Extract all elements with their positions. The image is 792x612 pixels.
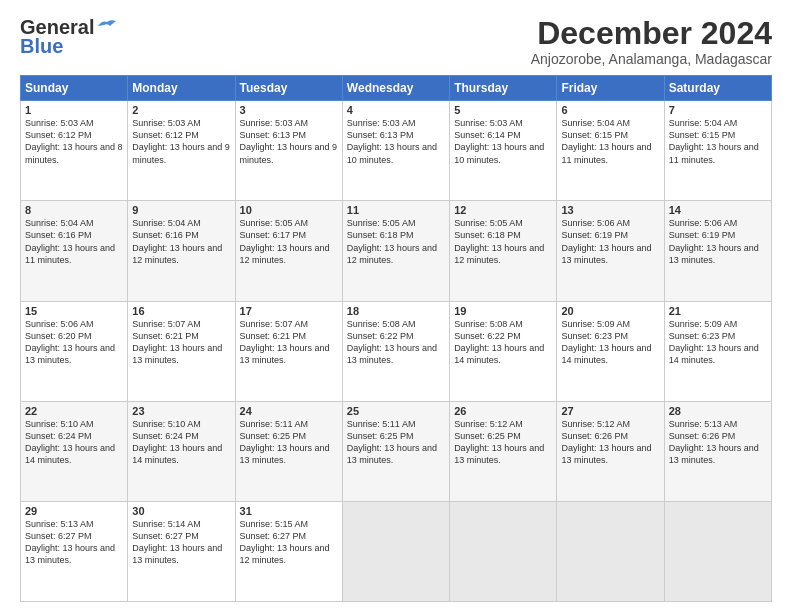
logo-bird-icon <box>96 18 118 34</box>
calendar-day-cell: 20Sunrise: 5:09 AMSunset: 6:23 PMDayligh… <box>557 301 664 401</box>
day-info: Sunrise: 5:03 AMSunset: 6:14 PMDaylight:… <box>454 117 552 166</box>
day-info: Sunrise: 5:12 AMSunset: 6:25 PMDaylight:… <box>454 418 552 467</box>
day-info: Sunrise: 5:05 AMSunset: 6:18 PMDaylight:… <box>347 217 445 266</box>
day-number: 3 <box>240 104 338 116</box>
calendar-day-cell <box>664 501 771 601</box>
col-header-friday: Friday <box>557 76 664 101</box>
day-info: Sunrise: 5:03 AMSunset: 6:12 PMDaylight:… <box>25 117 123 166</box>
day-number: 14 <box>669 204 767 216</box>
calendar-day-cell: 1Sunrise: 5:03 AMSunset: 6:12 PMDaylight… <box>21 101 128 201</box>
calendar-day-cell: 28Sunrise: 5:13 AMSunset: 6:26 PMDayligh… <box>664 401 771 501</box>
calendar-week-row: 1Sunrise: 5:03 AMSunset: 6:12 PMDaylight… <box>21 101 772 201</box>
calendar-day-cell: 29Sunrise: 5:13 AMSunset: 6:27 PMDayligh… <box>21 501 128 601</box>
day-number: 10 <box>240 204 338 216</box>
calendar-day-cell: 27Sunrise: 5:12 AMSunset: 6:26 PMDayligh… <box>557 401 664 501</box>
day-info: Sunrise: 5:05 AMSunset: 6:17 PMDaylight:… <box>240 217 338 266</box>
day-info: Sunrise: 5:07 AMSunset: 6:21 PMDaylight:… <box>240 318 338 367</box>
day-info: Sunrise: 5:09 AMSunset: 6:23 PMDaylight:… <box>669 318 767 367</box>
day-info: Sunrise: 5:05 AMSunset: 6:18 PMDaylight:… <box>454 217 552 266</box>
day-info: Sunrise: 5:04 AMSunset: 6:15 PMDaylight:… <box>669 117 767 166</box>
calendar-day-cell: 21Sunrise: 5:09 AMSunset: 6:23 PMDayligh… <box>664 301 771 401</box>
day-info: Sunrise: 5:14 AMSunset: 6:27 PMDaylight:… <box>132 518 230 567</box>
calendar-week-row: 22Sunrise: 5:10 AMSunset: 6:24 PMDayligh… <box>21 401 772 501</box>
day-number: 26 <box>454 405 552 417</box>
day-number: 9 <box>132 204 230 216</box>
day-number: 5 <box>454 104 552 116</box>
day-info: Sunrise: 5:03 AMSunset: 6:12 PMDaylight:… <box>132 117 230 166</box>
calendar-day-cell: 30Sunrise: 5:14 AMSunset: 6:27 PMDayligh… <box>128 501 235 601</box>
day-number: 19 <box>454 305 552 317</box>
day-info: Sunrise: 5:13 AMSunset: 6:27 PMDaylight:… <box>25 518 123 567</box>
day-info: Sunrise: 5:04 AMSunset: 6:16 PMDaylight:… <box>25 217 123 266</box>
day-info: Sunrise: 5:12 AMSunset: 6:26 PMDaylight:… <box>561 418 659 467</box>
header: General Blue December 2024 Anjozorobe, A… <box>20 16 772 67</box>
day-info: Sunrise: 5:10 AMSunset: 6:24 PMDaylight:… <box>25 418 123 467</box>
day-info: Sunrise: 5:08 AMSunset: 6:22 PMDaylight:… <box>347 318 445 367</box>
day-number: 15 <box>25 305 123 317</box>
col-header-wednesday: Wednesday <box>342 76 449 101</box>
calendar-day-cell: 13Sunrise: 5:06 AMSunset: 6:19 PMDayligh… <box>557 201 664 301</box>
logo-blue: Blue <box>20 35 63 58</box>
calendar-day-cell: 4Sunrise: 5:03 AMSunset: 6:13 PMDaylight… <box>342 101 449 201</box>
calendar-day-cell: 6Sunrise: 5:04 AMSunset: 6:15 PMDaylight… <box>557 101 664 201</box>
day-info: Sunrise: 5:08 AMSunset: 6:22 PMDaylight:… <box>454 318 552 367</box>
calendar-week-row: 29Sunrise: 5:13 AMSunset: 6:27 PMDayligh… <box>21 501 772 601</box>
col-header-tuesday: Tuesday <box>235 76 342 101</box>
calendar-header-row: SundayMondayTuesdayWednesdayThursdayFrid… <box>21 76 772 101</box>
day-info: Sunrise: 5:06 AMSunset: 6:19 PMDaylight:… <box>669 217 767 266</box>
day-number: 2 <box>132 104 230 116</box>
calendar-table: SundayMondayTuesdayWednesdayThursdayFrid… <box>20 75 772 602</box>
calendar-day-cell <box>450 501 557 601</box>
day-number: 21 <box>669 305 767 317</box>
calendar-day-cell: 3Sunrise: 5:03 AMSunset: 6:13 PMDaylight… <box>235 101 342 201</box>
calendar-day-cell: 22Sunrise: 5:10 AMSunset: 6:24 PMDayligh… <box>21 401 128 501</box>
day-number: 1 <box>25 104 123 116</box>
day-number: 31 <box>240 505 338 517</box>
day-info: Sunrise: 5:11 AMSunset: 6:25 PMDaylight:… <box>240 418 338 467</box>
day-info: Sunrise: 5:04 AMSunset: 6:15 PMDaylight:… <box>561 117 659 166</box>
calendar-day-cell: 18Sunrise: 5:08 AMSunset: 6:22 PMDayligh… <box>342 301 449 401</box>
day-number: 27 <box>561 405 659 417</box>
day-number: 18 <box>347 305 445 317</box>
day-info: Sunrise: 5:10 AMSunset: 6:24 PMDaylight:… <box>132 418 230 467</box>
day-info: Sunrise: 5:15 AMSunset: 6:27 PMDaylight:… <box>240 518 338 567</box>
calendar-day-cell: 12Sunrise: 5:05 AMSunset: 6:18 PMDayligh… <box>450 201 557 301</box>
calendar-day-cell: 8Sunrise: 5:04 AMSunset: 6:16 PMDaylight… <box>21 201 128 301</box>
col-header-monday: Monday <box>128 76 235 101</box>
logo: General Blue <box>20 16 118 58</box>
day-number: 17 <box>240 305 338 317</box>
calendar-day-cell: 2Sunrise: 5:03 AMSunset: 6:12 PMDaylight… <box>128 101 235 201</box>
col-header-thursday: Thursday <box>450 76 557 101</box>
col-header-saturday: Saturday <box>664 76 771 101</box>
calendar-week-row: 15Sunrise: 5:06 AMSunset: 6:20 PMDayligh… <box>21 301 772 401</box>
day-number: 12 <box>454 204 552 216</box>
calendar-day-cell: 11Sunrise: 5:05 AMSunset: 6:18 PMDayligh… <box>342 201 449 301</box>
calendar-day-cell: 23Sunrise: 5:10 AMSunset: 6:24 PMDayligh… <box>128 401 235 501</box>
day-number: 13 <box>561 204 659 216</box>
day-number: 24 <box>240 405 338 417</box>
calendar-day-cell: 26Sunrise: 5:12 AMSunset: 6:25 PMDayligh… <box>450 401 557 501</box>
main-title: December 2024 <box>531 16 772 51</box>
day-number: 22 <box>25 405 123 417</box>
calendar-day-cell: 19Sunrise: 5:08 AMSunset: 6:22 PMDayligh… <box>450 301 557 401</box>
day-info: Sunrise: 5:06 AMSunset: 6:19 PMDaylight:… <box>561 217 659 266</box>
page: General Blue December 2024 Anjozorobe, A… <box>0 0 792 612</box>
calendar-week-row: 8Sunrise: 5:04 AMSunset: 6:16 PMDaylight… <box>21 201 772 301</box>
calendar-day-cell <box>342 501 449 601</box>
day-info: Sunrise: 5:11 AMSunset: 6:25 PMDaylight:… <box>347 418 445 467</box>
calendar-day-cell: 7Sunrise: 5:04 AMSunset: 6:15 PMDaylight… <box>664 101 771 201</box>
day-number: 29 <box>25 505 123 517</box>
day-info: Sunrise: 5:03 AMSunset: 6:13 PMDaylight:… <box>240 117 338 166</box>
calendar-day-cell <box>557 501 664 601</box>
calendar-day-cell: 5Sunrise: 5:03 AMSunset: 6:14 PMDaylight… <box>450 101 557 201</box>
day-info: Sunrise: 5:03 AMSunset: 6:13 PMDaylight:… <box>347 117 445 166</box>
calendar-day-cell: 17Sunrise: 5:07 AMSunset: 6:21 PMDayligh… <box>235 301 342 401</box>
calendar-day-cell: 15Sunrise: 5:06 AMSunset: 6:20 PMDayligh… <box>21 301 128 401</box>
day-number: 8 <box>25 204 123 216</box>
day-info: Sunrise: 5:07 AMSunset: 6:21 PMDaylight:… <box>132 318 230 367</box>
day-number: 25 <box>347 405 445 417</box>
day-number: 4 <box>347 104 445 116</box>
day-info: Sunrise: 5:09 AMSunset: 6:23 PMDaylight:… <box>561 318 659 367</box>
day-info: Sunrise: 5:06 AMSunset: 6:20 PMDaylight:… <box>25 318 123 367</box>
calendar-day-cell: 14Sunrise: 5:06 AMSunset: 6:19 PMDayligh… <box>664 201 771 301</box>
